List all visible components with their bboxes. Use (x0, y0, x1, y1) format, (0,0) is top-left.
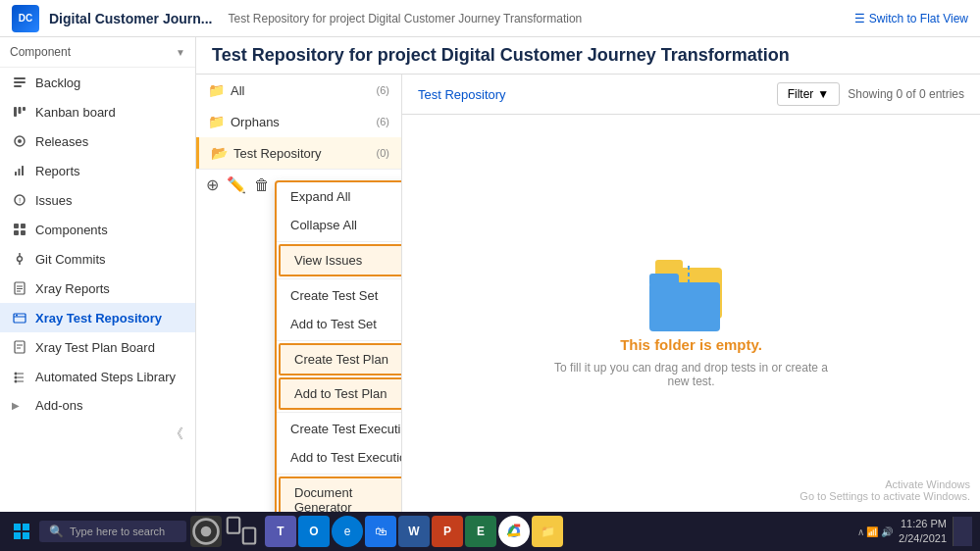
sidebar-item-label: Reports (35, 164, 80, 178)
filter-button[interactable]: Filter ▼ (777, 82, 841, 106)
empty-state: This folder is empty. To fill it up you … (402, 115, 980, 512)
tree-item-count: (6) (377, 84, 389, 96)
sidebar-item-git-commits[interactable]: Git Commits (0, 244, 195, 274)
taskbar-app-outlook[interactable]: O (298, 516, 330, 547)
sidebar-item-label: Kanban board (35, 105, 116, 120)
windows-start-button[interactable] (8, 518, 35, 545)
reports-icon (12, 163, 27, 178)
component-label: Component (10, 45, 71, 59)
context-menu-add-to-test-plan[interactable]: Add to Test Plan (279, 377, 402, 410)
svg-rect-45 (14, 532, 21, 539)
svg-rect-49 (228, 518, 239, 533)
taskbar-time: 11:26 PM (899, 517, 947, 531)
empty-folder-title: This folder is empty. (620, 336, 762, 353)
taskbar-app-teams[interactable]: T (265, 516, 296, 547)
taskbar-app-edge[interactable]: e (332, 516, 363, 547)
svg-rect-38 (655, 260, 683, 272)
context-menu: Expand All Collapse All View Issues Crea… (275, 180, 402, 512)
taskbar-date: 2/24/2021 (899, 531, 947, 546)
automated-steps-icon (12, 369, 27, 384)
context-menu-add-to-test-set[interactable]: Add to Test Set (277, 310, 402, 338)
main-view: Test Repository Filter ▼ Showing 0 of 0 … (402, 75, 980, 512)
context-menu-document-generator[interactable]: Document Generator (279, 476, 402, 512)
taskbar-app-chrome[interactable] (498, 516, 530, 547)
svg-rect-9 (19, 169, 21, 175)
taskbar-apps: T O e 🛍 W P E 📁 (265, 516, 563, 547)
context-menu-create-test-set[interactable]: Create Test Set (277, 281, 402, 310)
main-view-header: Test Repository Filter ▼ Showing 0 of 0 … (402, 75, 980, 115)
taskbar-task-view-button[interactable] (226, 516, 257, 547)
page-title: Test Repository for project Digital Cust… (212, 45, 790, 65)
header-left: DC Digital Customer Journ... Test Reposi… (12, 5, 582, 32)
expand-icon: ▶ (12, 400, 20, 411)
context-menu-add-to-test-execution[interactable]: Add to Test Execution (277, 443, 402, 472)
context-menu-expand-all[interactable]: Expand All (277, 182, 402, 211)
sidebar-item-releases[interactable]: Releases (0, 126, 195, 156)
context-menu-collapse-all[interactable]: Collapse All (277, 211, 402, 239)
header-right: ☰ Switch to Flat View (854, 12, 968, 25)
folder-icon: 📁 (208, 114, 225, 129)
context-menu-create-test-plan[interactable]: Create Test Plan (279, 343, 402, 376)
sidebar-collapse-button[interactable]: 《 (0, 420, 195, 449)
taskbar-app-store[interactable]: 🛍 (365, 516, 396, 547)
main-body: Component ▼ Backlog Kanban board Rel (0, 37, 980, 512)
svg-rect-43 (14, 524, 21, 530)
folder-open-icon: 📂 (211, 145, 228, 161)
taskbar: 🔍 Type here to search T O e 🛍 (0, 512, 980, 551)
edit-icon[interactable]: ✏️ (227, 175, 246, 194)
folder-icon: 📁 (208, 82, 225, 98)
context-menu-view-issues[interactable]: View Issues (279, 244, 402, 276)
tree-item-count: (6) (377, 116, 389, 127)
delete-icon[interactable]: 🗑 (254, 176, 270, 194)
sidebar-item-issues[interactable]: ! Issues (0, 185, 195, 215)
sidebar-item-backlog[interactable]: Backlog (0, 68, 195, 97)
svg-rect-41 (649, 282, 720, 331)
xray-reports-icon (12, 280, 27, 296)
svg-rect-1 (14, 81, 26, 83)
collapse-icon: 《 (170, 426, 183, 443)
svg-rect-10 (22, 166, 24, 175)
sidebar-item-automated-steps[interactable]: Automated Steps Library (0, 362, 195, 391)
switch-flat-view-button[interactable]: ☰ Switch to Flat View (854, 12, 968, 25)
sidebar-item-reports[interactable]: Reports (0, 156, 195, 185)
svg-rect-13 (14, 224, 19, 228)
taskbar-search-bar[interactable]: 🔍 Type here to search (39, 521, 186, 542)
sidebar-item-add-ons[interactable]: ▶ Add-ons (0, 391, 195, 420)
sidebar-item-kanban[interactable]: Kanban board (0, 97, 195, 126)
sidebar-item-label: Add-ons (35, 398, 82, 413)
show-desktop-button[interactable] (953, 517, 972, 546)
sidebar-item-label: Git Commits (35, 252, 106, 267)
tree-item-test-repo[interactable]: 📂 Test Repository (0) (196, 137, 401, 169)
context-menu-create-test-execution[interactable]: Create Test Execution (277, 415, 402, 443)
taskbar-app-excel[interactable]: E (465, 516, 496, 547)
taskbar-system-tray: ∧ 📶 🔊 11:26 PM 2/24/2021 (857, 517, 973, 547)
svg-rect-5 (23, 107, 26, 111)
page-header: Test Repository for project Digital Cust… (196, 37, 980, 75)
svg-point-29 (15, 373, 18, 376)
tree-item-label: Orphans (231, 115, 280, 129)
tree-item-all[interactable]: 📁 All (6) (196, 75, 401, 106)
taskbar-search-placeholder: Type here to search (70, 526, 165, 537)
filter-label: Filter (788, 87, 814, 101)
taskbar-cortana-button[interactable] (190, 516, 222, 547)
taskbar-app-powerpoint[interactable]: P (432, 516, 463, 547)
svg-rect-16 (21, 230, 26, 235)
add-folder-icon[interactable]: ⊕ (206, 175, 219, 194)
xray-plan-icon (12, 339, 27, 355)
sidebar-item-label: Backlog (35, 75, 80, 90)
component-selector[interactable]: Component ▼ (0, 37, 195, 68)
sidebar-item-components[interactable]: Components (0, 215, 195, 244)
svg-rect-8 (15, 172, 17, 175)
taskbar-app-files[interactable]: 📁 (532, 516, 563, 547)
tree-item-count: (0) (377, 147, 389, 159)
sidebar-item-xray-test-repo[interactable]: Xray Test Repository (0, 303, 195, 332)
taskbar-app-word[interactable]: W (398, 516, 430, 547)
tree-item-orphans[interactable]: 📁 Orphans (6) (196, 106, 401, 137)
sidebar-item-xray-test-plan[interactable]: Xray Test Plan Board (0, 332, 195, 362)
svg-rect-46 (23, 532, 29, 539)
svg-rect-44 (23, 524, 29, 530)
filter-chevron-icon: ▼ (817, 87, 829, 101)
page-title-header: Test Repository for project Digital Cust… (228, 12, 582, 25)
breadcrumb: Test Repository (418, 87, 506, 102)
sidebar-item-xray-reports[interactable]: Xray Reports (0, 274, 195, 303)
